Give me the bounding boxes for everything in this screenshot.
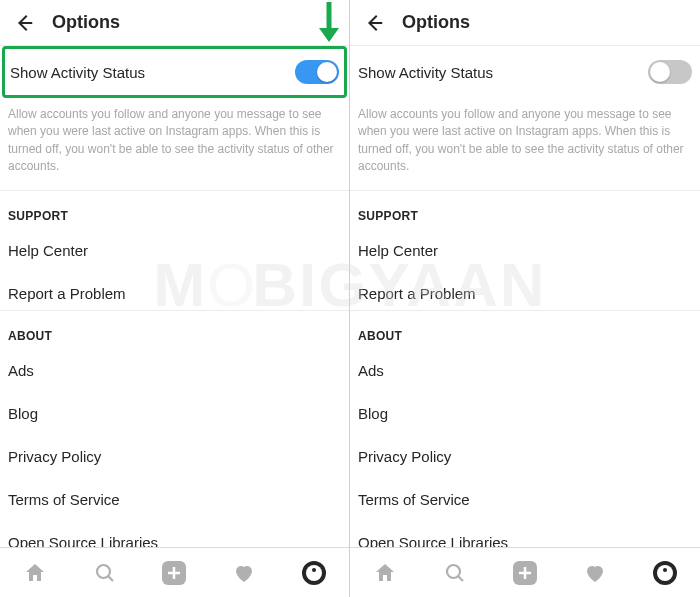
about-header: ABOUT (350, 311, 700, 349)
open-source-libraries-item[interactable]: Open Source Libraries (350, 521, 700, 547)
add-post-icon[interactable] (161, 560, 187, 586)
header: Options (350, 0, 700, 46)
activity-status-toggle-on[interactable] (295, 60, 339, 84)
search-icon[interactable] (92, 560, 118, 586)
activity-status-label: Show Activity Status (358, 64, 493, 81)
terms-of-service-item[interactable]: Terms of Service (350, 478, 700, 521)
privacy-policy-item[interactable]: Privacy Policy (0, 435, 349, 478)
ads-item[interactable]: Ads (350, 349, 700, 392)
svg-line-9 (458, 576, 463, 581)
home-icon[interactable] (372, 560, 398, 586)
back-button[interactable] (360, 9, 388, 37)
ads-item[interactable]: Ads (0, 349, 349, 392)
profile-icon[interactable] (652, 560, 678, 586)
help-center-item[interactable]: Help Center (0, 229, 349, 272)
screen-right: Options Show Activity Status Allow accou… (350, 0, 700, 597)
search-icon[interactable] (442, 560, 468, 586)
blog-item[interactable]: Blog (0, 392, 349, 435)
help-center-item[interactable]: Help Center (350, 229, 700, 272)
privacy-policy-item[interactable]: Privacy Policy (350, 435, 700, 478)
header: Options (0, 0, 349, 46)
activity-status-row[interactable]: Show Activity Status (2, 46, 347, 98)
svg-marker-1 (319, 28, 339, 42)
support-header: SUPPORT (350, 191, 700, 229)
about-header: ABOUT (0, 311, 349, 349)
back-button[interactable] (10, 9, 38, 37)
bottom-nav (350, 547, 700, 597)
annotation-arrow (314, 0, 344, 48)
activity-status-description: Allow accounts you follow and anyone you… (0, 98, 349, 191)
blog-item[interactable]: Blog (350, 392, 700, 435)
profile-icon[interactable] (301, 560, 327, 586)
activity-status-row[interactable]: Show Activity Status (350, 46, 700, 98)
add-post-icon[interactable] (512, 560, 538, 586)
open-source-libraries-item[interactable]: Open Source Libraries (0, 521, 349, 547)
report-problem-item[interactable]: Report a Problem (0, 272, 349, 311)
page-title: Options (402, 12, 470, 33)
svg-point-3 (97, 565, 110, 578)
activity-status-label: Show Activity Status (10, 64, 145, 81)
terms-of-service-item[interactable]: Terms of Service (0, 478, 349, 521)
screen-left: Options Show Activity Status Allow accou… (0, 0, 350, 597)
activity-heart-icon[interactable] (582, 560, 608, 586)
support-header: SUPPORT (0, 191, 349, 229)
svg-line-4 (108, 576, 113, 581)
home-icon[interactable] (22, 560, 48, 586)
svg-point-8 (447, 565, 460, 578)
page-title: Options (52, 12, 120, 33)
report-problem-item[interactable]: Report a Problem (350, 272, 700, 311)
activity-status-description: Allow accounts you follow and anyone you… (350, 98, 700, 191)
activity-heart-icon[interactable] (231, 560, 257, 586)
toggle-knob (317, 62, 337, 82)
bottom-nav (0, 547, 349, 597)
activity-status-toggle-off[interactable] (648, 60, 692, 84)
toggle-knob (650, 62, 670, 82)
